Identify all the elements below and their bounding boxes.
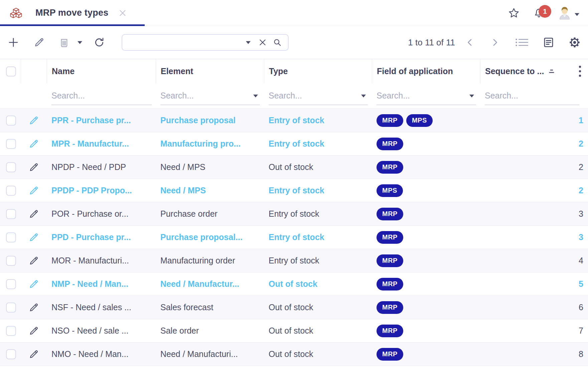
cubes-logo-icon[interactable] (9, 7, 23, 19)
delete-options-button[interactable] (78, 41, 82, 44)
row-checkbox[interactable] (6, 326, 16, 336)
settings-button[interactable] (568, 36, 581, 49)
cell-type[interactable]: Out of stock (264, 349, 372, 359)
search-icon[interactable] (273, 38, 282, 47)
row-checkbox[interactable] (6, 116, 16, 126)
cell-type[interactable]: Entry of stock (264, 232, 372, 242)
edit-row-icon[interactable] (28, 279, 39, 290)
edit-row-icon[interactable] (28, 326, 39, 336)
cell-element[interactable]: Purchase order (156, 209, 264, 219)
table-row[interactable]: NMP - Need / Man...Need / Manufactur...O… (0, 272, 588, 296)
column-header-name[interactable]: Name (47, 59, 156, 83)
filter-input[interactable]: Search... (160, 87, 260, 105)
cell-element[interactable]: Need / MPS (156, 162, 264, 172)
edit-row-icon[interactable] (28, 349, 39, 360)
row-checkbox[interactable] (6, 303, 16, 313)
row-checkbox[interactable] (6, 279, 16, 289)
refresh-button[interactable] (94, 37, 105, 48)
previous-page-button[interactable] (465, 37, 475, 47)
kebab-menu-icon[interactable] (579, 65, 581, 77)
table-row[interactable]: PPR - Purchase pr...Purchase proposalEnt… (0, 109, 588, 132)
tab-mrp-move-types[interactable]: MRP move types (35, 8, 127, 18)
cell-type[interactable]: Entry of stock (264, 116, 372, 125)
table-row[interactable]: NSO - Need / sale ...Sale orderOut of st… (0, 319, 588, 343)
cell-name[interactable]: PPR - Purchase pr... (47, 116, 156, 125)
notifications-button[interactable]: 1 (533, 6, 546, 20)
cell-element[interactable]: Need / Manufactur... (156, 279, 264, 289)
edit-row-icon[interactable] (28, 255, 39, 266)
cell-name[interactable]: NMO - Need / Man... (47, 349, 156, 359)
cell-name[interactable]: NSF - Need / sales ... (47, 303, 156, 312)
edit-row-icon[interactable] (28, 162, 39, 173)
cell-element[interactable]: Sale order (156, 326, 264, 336)
cell-element[interactable]: Manufacturing pro... (156, 139, 264, 149)
star-icon[interactable] (508, 7, 520, 19)
tab-close-icon[interactable] (118, 9, 127, 17)
filter-dropdown-button[interactable] (469, 93, 474, 99)
cell-type[interactable]: Out of stock (264, 326, 372, 336)
cell-type[interactable]: Out of stock (264, 279, 372, 289)
cell-name[interactable]: MOR - Manufacturi... (47, 256, 156, 265)
edit-button[interactable] (33, 37, 45, 48)
table-row[interactable]: NPDP - Need / PDPNeed / MPSOut of stockM… (0, 156, 588, 179)
user-menu[interactable] (557, 6, 579, 20)
column-header-field-of-application[interactable]: Field of application (372, 59, 480, 83)
global-search-box[interactable] (122, 34, 289, 51)
clear-search-icon[interactable] (258, 38, 267, 47)
sort-icon[interactable] (548, 69, 555, 74)
edit-row-icon[interactable] (28, 209, 39, 219)
table-row[interactable]: PPDP - PDP Propo...Need / MPSEntry of st… (0, 179, 588, 202)
edit-row-icon[interactable] (28, 139, 39, 149)
row-checkbox[interactable] (6, 162, 16, 172)
table-row[interactable]: PPD - Purchase pr...Purchase proposal...… (0, 226, 588, 249)
table-row[interactable]: MPR - Manufactur...Manufacturing pro...E… (0, 132, 588, 156)
edit-row-icon[interactable] (28, 115, 39, 126)
filter-dropdown-button[interactable] (361, 93, 366, 99)
table-row[interactable]: POR - Purchase or...Purchase orderEntry … (0, 202, 588, 226)
cell-type[interactable]: Entry of stock (264, 186, 372, 195)
add-button[interactable] (7, 36, 19, 48)
row-checkbox[interactable] (6, 139, 16, 149)
filter-input[interactable]: Search... (485, 87, 579, 105)
cell-element[interactable]: Purchase proposal... (156, 232, 264, 242)
cell-element[interactable]: Purchase proposal (156, 116, 264, 125)
cell-name[interactable]: NSO - Need / sale ... (47, 326, 156, 336)
edit-row-icon[interactable] (28, 232, 39, 243)
cell-type[interactable]: Entry of stock (264, 256, 372, 265)
row-checkbox[interactable] (6, 349, 16, 359)
table-row[interactable]: NMO - Need / Man...Need / Manufacturi...… (0, 343, 588, 366)
next-page-button[interactable] (490, 37, 500, 47)
form-view-button[interactable] (543, 36, 555, 48)
filter-input[interactable]: Search... (51, 87, 152, 105)
filter-input[interactable]: Search... (269, 87, 368, 105)
cell-element[interactable]: Need / Manufacturi... (156, 349, 264, 359)
column-header-element[interactable]: Element (156, 59, 264, 83)
cell-type[interactable]: Out of stock (264, 303, 372, 312)
filter-input[interactable]: Search... (377, 87, 476, 105)
row-checkbox[interactable] (6, 186, 16, 196)
cell-name[interactable]: POR - Purchase or... (47, 209, 156, 219)
column-header-sequence[interactable]: Sequence to ... (480, 59, 588, 83)
cell-name[interactable]: NPDP - Need / PDP (47, 162, 156, 172)
search-options-button[interactable] (246, 41, 251, 44)
cell-name[interactable]: PPD - Purchase pr... (47, 232, 156, 242)
table-row[interactable]: MOR - Manufacturi...Manufacturing orderE… (0, 249, 588, 272)
cell-type[interactable]: Entry of stock (264, 139, 372, 149)
row-checkbox[interactable] (6, 209, 16, 219)
cell-name[interactable]: PPDP - PDP Propo... (47, 186, 156, 195)
table-row[interactable]: NSF - Need / sales ...Sales forecastOut … (0, 296, 588, 319)
search-input[interactable] (128, 36, 246, 49)
cell-element[interactable]: Sales forecast (156, 303, 264, 312)
list-view-button[interactable] (515, 37, 529, 48)
column-header-type[interactable]: Type (264, 59, 372, 83)
edit-row-icon[interactable] (28, 302, 39, 313)
row-checkbox[interactable] (6, 256, 16, 266)
filter-dropdown-button[interactable] (253, 93, 258, 99)
cell-name[interactable]: MPR - Manufactur... (47, 139, 156, 149)
cell-type[interactable]: Entry of stock (264, 209, 372, 219)
cell-name[interactable]: NMP - Need / Man... (47, 279, 156, 289)
cell-type[interactable]: Out of stock (264, 162, 372, 172)
edit-row-icon[interactable] (28, 185, 39, 196)
select-all-checkbox[interactable] (6, 66, 16, 76)
cell-element[interactable]: Need / MPS (156, 186, 264, 195)
